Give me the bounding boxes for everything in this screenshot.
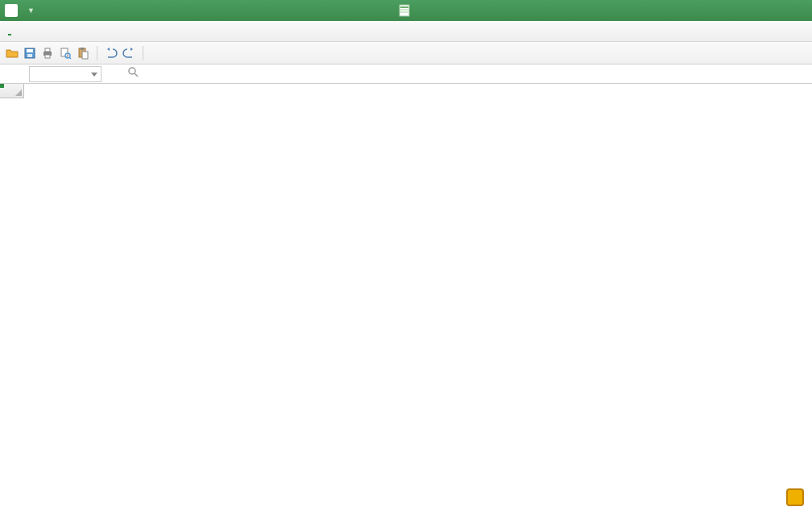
menu-insert[interactable] [31,30,34,33]
spreadsheet-file-icon [398,4,411,17]
svg-rect-6 [27,54,32,57]
svg-line-12 [69,57,71,59]
menu-review[interactable] [121,30,124,33]
app-logo-icon [5,4,18,17]
formula-input[interactable] [145,66,812,82]
menu-bar [0,21,812,42]
menu-page-layout[interactable] [53,30,56,33]
svg-rect-14 [81,48,84,50]
svg-rect-8 [45,48,50,52]
app-menu-dropdown-icon[interactable]: ▼ [27,6,35,15]
select-all-corner[interactable] [0,84,24,98]
menu-cloud[interactable] [188,30,192,33]
svg-rect-15 [82,52,88,59]
paste-icon[interactable] [76,46,90,60]
fx-search-icon[interactable] [127,66,140,81]
document-title [398,4,414,17]
svg-rect-5 [27,49,33,52]
menu-formula[interactable] [76,30,79,33]
toolbar-separator [97,46,97,60]
menu-view[interactable] [143,30,147,33]
menu-start[interactable] [8,29,11,35]
print-icon[interactable] [40,46,55,60]
open-icon[interactable] [5,46,19,60]
svg-rect-10 [61,48,68,56]
svg-rect-3 [400,11,408,13]
print-preview-icon[interactable] [58,46,72,60]
svg-rect-9 [45,55,50,58]
svg-rect-2 [400,9,408,10]
svg-line-17 [135,73,138,77]
menu-data[interactable] [98,30,102,33]
name-box[interactable] [29,66,102,82]
menu-developer[interactable] [166,30,169,33]
column-headers [24,84,812,98]
svg-rect-1 [400,6,408,8]
formula-bar [0,64,812,84]
toolbar-separator [143,46,143,60]
redo-icon[interactable] [122,46,136,60]
save-icon[interactable] [23,46,37,60]
watermark [786,488,807,506]
undo-icon[interactable] [104,46,118,60]
spreadsheet-area [0,84,812,511]
title-bar: ▼ [0,0,812,21]
watermark-icon [786,488,804,506]
toolbar [0,42,812,64]
svg-point-16 [129,68,135,74]
